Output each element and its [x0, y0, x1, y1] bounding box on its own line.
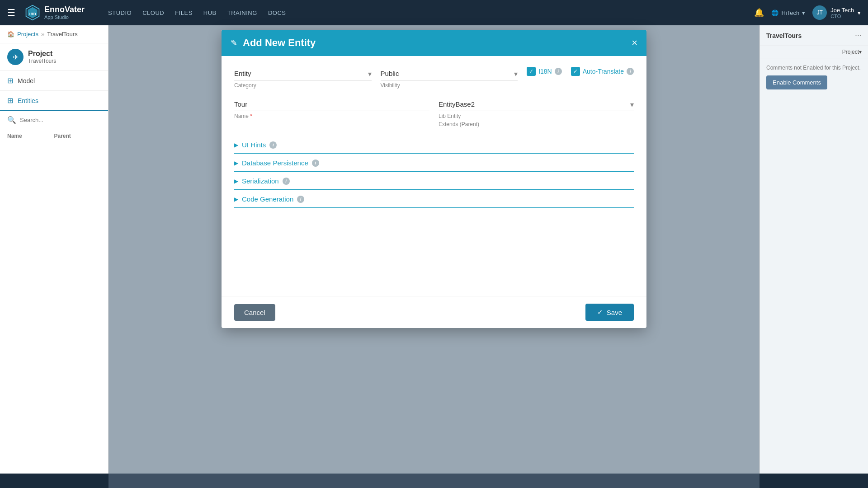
code-arrow-icon: ▶ [234, 196, 238, 202]
modal-title: Add New Entity [243, 37, 626, 49]
entities-label: Entities [18, 97, 38, 104]
nav-studio[interactable]: STUDIO [108, 9, 132, 16]
region-selector[interactable]: 🌐 HiTech ▾ [771, 9, 805, 16]
project-title: Project [28, 50, 56, 58]
visibility-select[interactable]: Public [381, 67, 518, 80]
search-icon: 🔍 [7, 116, 16, 124]
logo-area: inn EnnoVater App Studio [24, 5, 85, 21]
auto-translate-info-icon[interactable]: i [627, 68, 634, 75]
category-select[interactable]: Entity [234, 67, 372, 80]
nav-files[interactable]: FILES [175, 9, 193, 16]
accordion-serialization: ▶ Serialization i [234, 173, 634, 190]
ui-hints-line [280, 145, 634, 145]
db-line [323, 163, 634, 163]
lib-entity-label: Lib Entity [439, 113, 634, 119]
right-panel-dots-icon[interactable]: ··· [855, 31, 862, 40]
db-title: Database Persistence [242, 159, 308, 167]
center-content: ✎ Add New Entity × Entity ▾ [108, 25, 760, 488]
name-input[interactable] [234, 98, 429, 111]
nav-docs[interactable]: DOCS [268, 9, 286, 16]
serial-title: Serialization [242, 177, 279, 185]
user-menu[interactable]: JT Joe Tech CTO ▾ [812, 5, 861, 20]
category-label: Category [234, 82, 372, 89]
home-icon: 🏠 [7, 31, 14, 38]
user-info: Joe Tech CTO [830, 7, 854, 19]
logo-text: EnnoVater App Studio [44, 5, 85, 20]
breadcrumb-projects[interactable]: Projects [17, 31, 38, 38]
i18n-info-icon[interactable]: i [555, 68, 562, 75]
cancel-button[interactable]: Cancel [234, 304, 275, 321]
model-label: Model [18, 77, 35, 84]
auto-translate-checkbox[interactable]: ✓ [571, 67, 580, 76]
edit-icon: ✎ [231, 38, 237, 48]
name-field: Name * [234, 98, 429, 119]
i18n-label: I18N [538, 68, 552, 75]
extends-label: Extends (Parent) [439, 121, 634, 127]
accordion-db-header[interactable]: ▶ Database Persistence i [234, 155, 634, 172]
save-label: Save [607, 309, 622, 316]
visibility-field: Public ▾ Visibility [381, 67, 518, 89]
add-entity-modal: ✎ Add New Entity × Entity ▾ [222, 30, 646, 328]
right-panel-subtitle: Project [842, 49, 859, 55]
right-panel-dropdown[interactable]: Project ▾ [760, 46, 868, 58]
right-panel-body: Comments not Enabled for this Project. E… [760, 58, 868, 96]
breadcrumb-current: TravelTours [47, 31, 77, 38]
auto-translate-label: Auto-Translate [583, 68, 624, 75]
svg-text:inn: inn [29, 11, 36, 16]
right-panel: TravelTours ··· Project ▾ Comments not E… [760, 25, 868, 488]
modal-backdrop: ✎ Add New Entity × Entity ▾ [108, 25, 760, 488]
region-label: HiTech [781, 9, 799, 16]
name-required-star: * [250, 113, 252, 119]
right-panel-chevron: ▾ [859, 49, 862, 55]
top-nav: ☰ inn EnnoVater App Studio STUDIO CLOUD … [0, 0, 868, 25]
accordion-code-header[interactable]: ▶ Code Generation i [234, 191, 634, 208]
accordion-ui-hints-header[interactable]: ▶ UI Hints i [234, 136, 634, 154]
accordion-code-gen: ▶ Code Generation i [234, 191, 634, 208]
accordion-serial-header[interactable]: ▶ Serialization i [234, 173, 634, 190]
breadcrumb-sep: » [41, 31, 44, 38]
i18n-checkbox-item[interactable]: ✓ I18N i [527, 67, 562, 76]
hamburger-icon[interactable]: ☰ [7, 7, 15, 18]
nav-links: STUDIO CLOUD FILES HUB TRAINING DOCS [108, 9, 286, 16]
table-header: Name Parent [0, 129, 108, 143]
bell-icon[interactable]: 🔔 [754, 8, 764, 18]
ui-hints-info-icon[interactable]: i [269, 141, 277, 149]
right-panel-header: TravelTours ··· [760, 25, 868, 46]
save-button[interactable]: ✓ Save [585, 304, 634, 321]
avatar: JT [812, 5, 827, 20]
entities-icon: ⊞ [7, 96, 13, 105]
nav-cloud[interactable]: CLOUD [142, 9, 164, 16]
col-parent-header: Parent [54, 133, 101, 139]
lib-entity-chevron-icon: ▾ [630, 100, 634, 109]
auto-translate-checkbox-item[interactable]: ✓ Auto-Translate i [571, 67, 634, 76]
serial-info-icon[interactable]: i [283, 178, 290, 185]
logo-icon: inn [24, 5, 41, 21]
nav-hub[interactable]: HUB [203, 9, 217, 16]
search-input[interactable] [20, 117, 101, 123]
modal-header: ✎ Add New Entity × [222, 30, 646, 56]
app-name: EnnoVater [44, 5, 85, 14]
modal-body: Entity ▾ Category Public ▾ [222, 56, 646, 296]
enable-comments-button[interactable]: Enable Comments [766, 75, 827, 89]
visibility-label: Visibility [381, 82, 518, 89]
modal-close-button[interactable]: × [632, 38, 637, 48]
project-name: TravelTours [28, 58, 56, 64]
sidebar-search[interactable]: 🔍 [0, 111, 108, 129]
lib-entity-select[interactable]: EntityBase2 [439, 98, 634, 111]
sidebar-item-model[interactable]: ⊞ Model [0, 71, 108, 91]
col-name-header: Name [7, 133, 54, 139]
nav-right: 🔔 🌐 HiTech ▾ JT Joe Tech CTO ▾ [754, 5, 861, 20]
region-chevron: ▾ [802, 9, 805, 16]
user-name: Joe Tech [830, 7, 854, 14]
sidebar-item-entities[interactable]: ⊞ Entities [0, 91, 108, 111]
code-info-icon[interactable]: i [297, 196, 304, 203]
project-icon: ✈ [7, 49, 24, 65]
code-title: Code Generation [242, 195, 293, 203]
form-row-2: Name * EntityBase2 ▾ Lib Enti [234, 98, 634, 127]
modal-footer: Cancel ✓ Save [222, 296, 646, 328]
i18n-checkbox[interactable]: ✓ [527, 67, 536, 76]
db-info-icon[interactable]: i [312, 160, 319, 167]
nav-training[interactable]: TRAINING [227, 9, 257, 16]
name-label: Name * [234, 113, 429, 119]
accordion-db-persistence: ▶ Database Persistence i [234, 155, 634, 172]
